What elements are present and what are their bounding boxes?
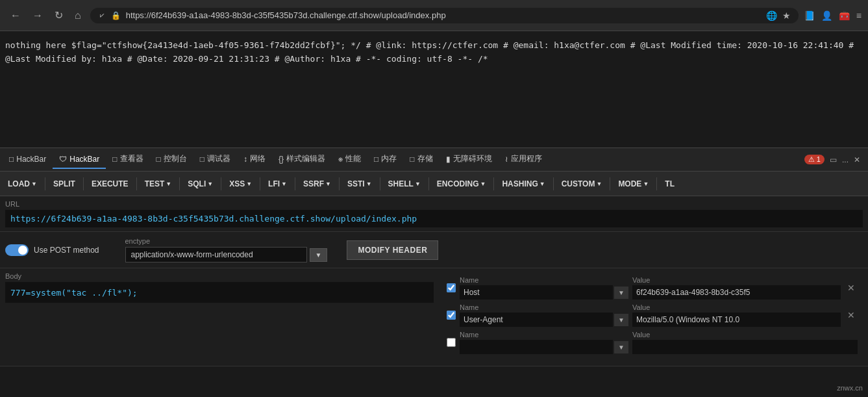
header-3-value-input[interactable] (632, 340, 858, 354)
forward-button[interactable]: → (29, 7, 47, 24)
header-1-value-label: Value (632, 276, 841, 284)
url-field[interactable] (5, 210, 863, 227)
mode-button[interactable]: MODE ▼ (613, 176, 654, 192)
header-1-value-col: Value (632, 276, 841, 300)
modify-header-button[interactable]: MODIFY HEADER (347, 240, 438, 260)
shell-button[interactable]: SHELL ▼ (383, 176, 426, 192)
ssrf-button[interactable]: SSRF ▼ (298, 176, 336, 192)
tab-performance[interactable]: ⎈ 性能 (332, 149, 367, 170)
globe-icon: 🌐 (766, 10, 777, 21)
tab-a11y-icon: ▮ (446, 155, 451, 164)
menu-icon[interactable]: ≡ (856, 10, 862, 21)
enctype-select[interactable]: application/x-www-form-urlencoded multip… (125, 247, 307, 263)
header-1-checkbox[interactable] (447, 283, 456, 292)
tab-hackbar[interactable]: 🛡 HackBar (53, 151, 106, 169)
star-icon[interactable]: ★ (782, 10, 791, 21)
tab-inspector[interactable]: □ 查看器 (106, 149, 149, 170)
refresh-button[interactable]: ↻ (51, 6, 67, 24)
separator-5 (221, 177, 221, 190)
tab-debugger[interactable]: □ 调试器 (193, 149, 237, 170)
page-content: nothing here $flag="ctfshow{2a413e4d-1ae… (0, 31, 868, 148)
tab-icon: □ (9, 155, 14, 164)
header-1-name-field-container: ▼ (460, 285, 628, 300)
encoding-button[interactable]: ENCODING ▼ (432, 176, 491, 192)
header-2-name-dropdown[interactable]: ▼ (614, 314, 628, 326)
hashing-button[interactable]: HASHING ▼ (497, 176, 550, 192)
header-2-value-input[interactable] (632, 313, 841, 327)
header-1-value-input[interactable] (632, 285, 841, 300)
hackbar-body: URL Use POST method enctype application/… (0, 196, 868, 366)
tab-storage[interactable]: □ 存储 (403, 149, 439, 170)
header-2-value-col: Value (632, 303, 841, 327)
select-arrow-icon[interactable]: ▼ (310, 248, 328, 262)
header-3-name-dropdown[interactable]: ▼ (614, 341, 628, 353)
tab-debugger-icon: □ (200, 155, 205, 164)
browser-actions: 📘 👤 🧰 ≡ (804, 10, 862, 21)
load-dropdown-arrow: ▼ (31, 181, 37, 187)
tab-memory[interactable]: □ 内存 (367, 149, 403, 170)
separator-1 (45, 177, 45, 190)
ssti-dropdown-arrow: ▼ (366, 181, 372, 187)
tab-style-editor[interactable]: {} 样式编辑器 (272, 149, 332, 170)
header-3-name-field-container: ▼ (460, 340, 628, 354)
separator-14 (656, 177, 657, 190)
execute-button[interactable]: EXECUTE (86, 176, 134, 192)
header-section: Name ▼ Value ✕ Name (441, 272, 863, 362)
header-3-checkbox[interactable] (447, 338, 456, 347)
separator-2 (83, 177, 84, 190)
sqli-button[interactable]: SQLI ▼ (182, 176, 218, 192)
separator-10 (428, 177, 429, 190)
xss-button[interactable]: XSS ▼ (224, 176, 257, 192)
tab-storage-icon: □ (410, 155, 414, 164)
lfi-button[interactable]: LFI ▼ (263, 176, 292, 192)
profile-icon[interactable]: 👤 (821, 10, 832, 21)
back-button[interactable]: ← (6, 7, 25, 24)
tab-hackbar-plain[interactable]: □ HackBar (3, 151, 53, 169)
devtools-close-button[interactable]: ✕ (854, 155, 860, 164)
separator-11 (493, 177, 494, 190)
header-1-delete-button[interactable]: ✕ (845, 283, 858, 293)
test-dropdown-arrow: ▼ (166, 181, 171, 187)
header-2-delete-button[interactable]: ✕ (845, 310, 858, 320)
home-button[interactable]: ⌂ (71, 7, 85, 24)
header-1-name-input[interactable] (460, 285, 613, 300)
devtools-responsive-icon[interactable]: ▭ (830, 155, 837, 164)
separator-4 (179, 177, 180, 190)
body-headers-section: Body Name ▼ Value (0, 268, 868, 366)
ssti-button[interactable]: SSTI ▼ (342, 176, 377, 192)
header-3-value-label: Value (632, 331, 858, 339)
tab-accessibility[interactable]: ▮ 无障碍环境 (440, 149, 499, 170)
header-2-name-input[interactable] (460, 313, 613, 327)
header-3-name-input[interactable] (460, 340, 613, 354)
devtools-more-button[interactable]: ... (842, 155, 849, 164)
test-button[interactable]: TEST ▼ (140, 176, 177, 192)
url-input[interactable] (126, 10, 761, 20)
tab-network[interactable]: ↕ 网络 (237, 149, 272, 170)
post-method-toggle[interactable] (5, 244, 29, 256)
separator-12 (553, 177, 554, 190)
body-input[interactable] (5, 282, 434, 303)
lock-icon: 🔒 (111, 11, 121, 20)
browser-chrome: ← → ↻ ⌂ 🗸 🔒 🌐 ★ 📘 👤 🧰 ≡ (0, 0, 868, 31)
header-2-name-field-container: ▼ (460, 313, 628, 327)
separator-13 (610, 177, 610, 190)
load-button[interactable]: LOAD ▼ (3, 176, 42, 192)
header-2-value-field-container (632, 313, 841, 327)
header-1-name-dropdown[interactable]: ▼ (614, 287, 628, 299)
tl-button[interactable]: TL (660, 176, 680, 192)
header-2-checkbox[interactable] (447, 311, 456, 320)
header-3-name-label: Name (460, 331, 628, 339)
header-row-3: Name ▼ Value (441, 331, 863, 354)
bookmark-icon[interactable]: 📘 (804, 10, 815, 21)
hashing-dropdown-arrow: ▼ (539, 181, 545, 187)
custom-button[interactable]: CUSTOM ▼ (556, 176, 608, 192)
extensions-icon[interactable]: 🧰 (839, 10, 850, 21)
tab-app-icon: ≀ (505, 155, 508, 164)
tab-application[interactable]: ≀ 应用程序 (499, 149, 549, 170)
separator-8 (339, 177, 340, 190)
split-button[interactable]: SPLIT (48, 176, 81, 192)
nav-buttons: ← → ↻ ⌂ (6, 6, 85, 24)
tab-console[interactable]: □ 控制台 (150, 149, 193, 170)
shell-dropdown-arrow: ▼ (415, 181, 421, 187)
xss-dropdown-arrow: ▼ (246, 181, 252, 187)
